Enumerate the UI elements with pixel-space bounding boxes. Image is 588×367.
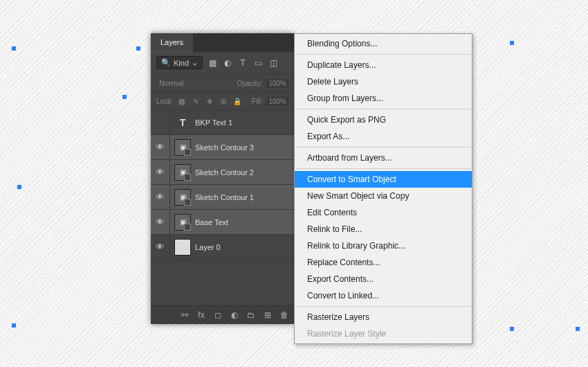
lock-artboard-icon[interactable]: ⊞ xyxy=(219,96,228,106)
anchor-point xyxy=(576,327,580,331)
menu-convert-linked[interactable]: Convert to Linked... xyxy=(295,287,472,304)
opacity-label: Opacity: xyxy=(237,80,263,87)
eye-icon: 👁 xyxy=(156,217,165,227)
eye-icon: 👁 xyxy=(156,142,165,152)
menu-delete-layers[interactable]: Delete Layers xyxy=(295,73,472,90)
search-icon: 🔍 xyxy=(161,58,171,67)
eye-icon: 👁 xyxy=(156,167,165,177)
fx-icon[interactable]: fx xyxy=(196,310,207,320)
anchor-point xyxy=(136,46,140,51)
layer-row[interactable]: 👁 ▣ Sketch Contour 2 xyxy=(151,160,294,185)
layer-smart-icon: ▣ xyxy=(174,189,191,206)
menu-relink-library[interactable]: Relink to Library Graphic... xyxy=(295,238,472,254)
menu-export-contents[interactable]: Export Contents... xyxy=(295,271,472,287)
folder-icon[interactable]: 🗀 xyxy=(246,310,257,320)
layers-panel: Layers 🔍 Kind ⌄ ▦ ◐ T ▭ ◫ Normal Opacity… xyxy=(151,33,294,324)
visibility-toggle[interactable]: 👁 xyxy=(151,185,170,209)
opacity-value[interactable]: 100% xyxy=(266,79,288,88)
filter-adjustment-icon[interactable]: ◐ xyxy=(222,57,233,69)
new-layer-icon[interactable]: ⊞ xyxy=(262,310,273,320)
chevron-down-icon: ⌄ xyxy=(192,58,198,67)
anchor-point xyxy=(12,323,16,328)
filter-pixel-icon[interactable]: ▦ xyxy=(207,57,218,69)
lock-brush-icon[interactable]: ✎ xyxy=(191,96,201,106)
filter-kind-label: Kind xyxy=(174,59,189,67)
menu-separator xyxy=(296,168,470,169)
anchor-point xyxy=(12,46,16,51)
menu-rasterize-style[interactable]: Rasterize Layer Style xyxy=(295,325,472,342)
blend-row: Normal Opacity: 100% xyxy=(151,74,294,93)
lock-transparency-icon[interactable]: ▩ xyxy=(177,96,187,106)
layer-name[interactable]: BKP Text 1 xyxy=(195,118,294,127)
menu-separator xyxy=(296,109,470,109)
menu-group-from-layers[interactable]: Group from Layers... xyxy=(295,90,472,107)
trash-icon[interactable]: 🗑 xyxy=(279,310,290,320)
visibility-toggle[interactable] xyxy=(151,110,170,134)
anchor-point xyxy=(122,95,127,99)
menu-separator xyxy=(296,306,470,307)
fill-label: Fill: xyxy=(252,98,263,105)
layer-filter-row: 🔍 Kind ⌄ ▦ ◐ T ▭ ◫ xyxy=(151,52,294,74)
menu-duplicate-layers[interactable]: Duplicate Layers... xyxy=(295,57,472,73)
visibility-toggle[interactable]: 👁 xyxy=(151,160,170,184)
layer-name[interactable]: Sketch Contour 1 xyxy=(195,193,294,202)
fill-value[interactable]: 100% xyxy=(266,97,288,106)
panel-footer: ⚯ fx ◻ ◐ 🗀 ⊞ 🗑 xyxy=(151,305,294,324)
link-icon[interactable]: ⚯ xyxy=(179,310,190,320)
layer-smart-icon: ▣ xyxy=(174,214,191,231)
eye-icon: 👁 xyxy=(156,192,165,202)
mask-icon[interactable]: ◻ xyxy=(212,310,223,320)
layer-name[interactable]: Base Text xyxy=(195,218,294,226)
layer-name[interactable]: Sketch Contour 2 xyxy=(195,168,294,177)
anchor-point xyxy=(510,327,514,331)
visibility-toggle[interactable]: 👁 xyxy=(151,210,170,234)
layer-row[interactable]: 👁 Layer 0 xyxy=(151,235,294,260)
menu-separator xyxy=(296,147,470,147)
visibility-toggle[interactable]: 👁 xyxy=(151,235,170,259)
menu-separator xyxy=(296,54,470,55)
menu-new-smart-via-copy[interactable]: New Smart Object via Copy xyxy=(295,188,472,204)
tab-layers[interactable]: Layers xyxy=(151,33,193,52)
layer-smart-icon: ▣ xyxy=(174,139,191,156)
anchor-point xyxy=(17,185,21,189)
menu-convert-smart-object[interactable]: Convert to Smart Object xyxy=(295,171,472,188)
panel-tabs: Layers xyxy=(151,33,294,52)
layers-list: T BKP Text 1 👁 ▣ Sketch Contour 3 👁 ▣ Sk… xyxy=(151,110,294,305)
layer-row[interactable]: T BKP Text 1 xyxy=(151,110,294,135)
lock-position-icon[interactable]: ✥ xyxy=(205,96,214,106)
layer-row[interactable]: 👁 ▣ Base Text xyxy=(151,210,294,235)
adjustment-icon[interactable]: ◐ xyxy=(229,310,240,320)
layer-smart-icon: ▣ xyxy=(174,164,191,181)
menu-relink-file[interactable]: Relink to File... xyxy=(295,221,472,238)
menu-rasterize-layers[interactable]: Rasterize Layers xyxy=(295,309,472,325)
menu-blending-options[interactable]: Blending Options... xyxy=(295,35,472,52)
eye-icon: 👁 xyxy=(156,242,165,252)
layer-type-icon: T xyxy=(174,114,191,131)
menu-replace-contents[interactable]: Replace Contents... xyxy=(295,254,472,271)
filter-smart-icon[interactable]: ◫ xyxy=(268,57,279,69)
layer-row[interactable]: 👁 ▣ Sketch Contour 1 xyxy=(151,185,294,210)
layer-name[interactable]: Layer 0 xyxy=(195,243,294,251)
layer-row[interactable]: 👁 ▣ Sketch Contour 3 xyxy=(151,135,294,160)
lock-label: Lock: xyxy=(156,98,173,105)
layer-context-menu: Blending Options... Duplicate Layers... … xyxy=(294,33,472,344)
menu-edit-contents[interactable]: Edit Contents xyxy=(295,204,472,221)
lock-row: Lock: ▩ ✎ ✥ ⊞ 🔒 Fill: 100% xyxy=(151,93,294,110)
visibility-toggle[interactable]: 👁 xyxy=(151,135,170,159)
anchor-point xyxy=(510,41,514,45)
filter-kind-select[interactable]: 🔍 Kind ⌄ xyxy=(156,56,203,69)
lock-all-icon[interactable]: 🔒 xyxy=(232,96,242,106)
menu-quick-export-png[interactable]: Quick Export as PNG xyxy=(295,111,472,128)
layer-name[interactable]: Sketch Contour 3 xyxy=(195,143,294,152)
filter-type-icon[interactable]: T xyxy=(237,57,248,69)
filter-shape-icon[interactable]: ▭ xyxy=(252,57,264,69)
blend-mode-select[interactable]: Normal xyxy=(156,78,233,89)
layer-thumb-icon xyxy=(174,239,191,256)
menu-export-as[interactable]: Export As... xyxy=(295,128,472,145)
menu-artboard-from-layers[interactable]: Artboard from Layers... xyxy=(295,150,472,166)
